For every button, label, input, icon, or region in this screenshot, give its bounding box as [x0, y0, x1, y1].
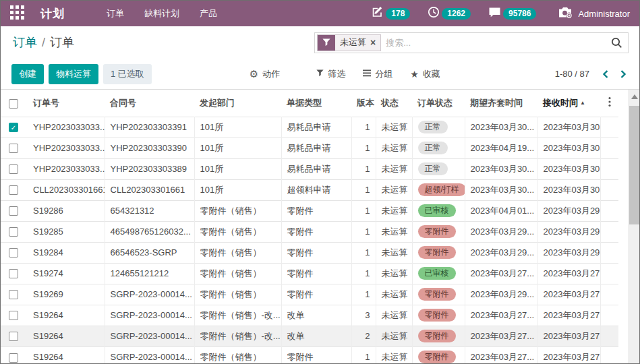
cell-status[interactable]: 未运算 [376, 158, 412, 179]
cell-contract-no[interactable]: SGRP-2023-00014... [105, 305, 194, 326]
apps-menu-button[interactable] [10, 5, 24, 22]
cell-receive-time[interactable]: 2023年03月30日... [537, 158, 600, 179]
table-row[interactable]: CLL202303301661 CLL202303301661 101所 超领料… [1, 179, 618, 200]
table-row[interactable]: S19264 SGRP-2023-00014... 零附件（销售）-改... 改… [1, 326, 618, 346]
table-row[interactable]: S19286 654321312 零附件（销售） 零附件 1 未运算 已审核 2… [1, 200, 618, 221]
cell-order-status[interactable]: 零附件 [412, 284, 465, 305]
header-expect-time[interactable]: 期望齐套时间 [465, 90, 537, 117]
cell-doc-type[interactable]: 易耗品申请 [281, 158, 351, 179]
cell-order-status[interactable]: 正常 [412, 138, 465, 158]
cell-order-no[interactable]: S19269 [28, 284, 105, 305]
user-menu[interactable]: Administrator [558, 6, 630, 22]
cell-order-no[interactable]: CLL202303301661 [28, 179, 105, 200]
cell-doc-type[interactable]: 零附件 [281, 284, 351, 305]
header-department[interactable]: 发起部门 [194, 90, 281, 117]
cell-status[interactable]: 未运算 [376, 200, 412, 221]
cell-doc-type[interactable]: 零附件 [281, 200, 351, 221]
row-checkbox[interactable] [9, 206, 18, 216]
cell-receive-time[interactable]: 2023年03月29日... [537, 242, 600, 263]
nav-shortage-plan[interactable]: 缺料计划 [144, 7, 179, 20]
cell-expect-time[interactable]: 2023年03月27... [465, 346, 537, 364]
cell-department[interactable]: 零附件（销售） [194, 284, 281, 305]
row-checkbox[interactable] [9, 144, 18, 153]
cell-department[interactable]: 101所 [194, 179, 281, 200]
cell-doc-type[interactable]: 零附件 [281, 221, 351, 242]
search-icon[interactable] [611, 37, 622, 49]
cell-order-status[interactable]: 零附件 [412, 242, 465, 263]
cell-receive-time[interactable]: 2023年03月30日... [537, 138, 600, 158]
cell-version[interactable]: 1 [351, 117, 376, 138]
cell-order-status[interactable]: 已审核 [412, 200, 465, 221]
table-row[interactable]: YHP2023033033... YHP202303303390 101所 易耗… [1, 138, 618, 158]
cell-version[interactable]: 3 [351, 305, 376, 326]
cell-receive-time[interactable]: 2023年03月27日... [537, 346, 600, 364]
pager-previous-button[interactable] [600, 68, 611, 80]
cell-expect-time[interactable]: 2023年04月01... [465, 200, 537, 221]
cell-status[interactable]: 未运算 [376, 263, 412, 284]
cell-department[interactable]: 零附件（销售）-改... [194, 326, 281, 346]
cell-expect-time[interactable]: 2023年03月27... [465, 263, 537, 284]
favorites-menu[interactable]: ★ 收藏 [410, 68, 440, 80]
table-row[interactable]: S19269 SGRP-2023-00014... 零附件（销售） 零附件 1 … [1, 284, 618, 305]
cell-receive-time[interactable]: 2023年03月29日... [537, 200, 600, 221]
nav-products[interactable]: 产品 [200, 7, 217, 20]
table-row[interactable]: YHP2023033033... YHP202303303389 101所 易耗… [1, 158, 618, 179]
cell-receive-time[interactable]: 2023年03月27日... [537, 263, 600, 284]
header-order-status[interactable]: 订单状态 [412, 90, 465, 117]
cell-status[interactable]: 未运算 [376, 346, 412, 364]
cell-version[interactable]: 1 [351, 221, 376, 242]
facet-remove-icon[interactable]: × [370, 38, 376, 47]
cell-receive-time[interactable]: 2023年03月27日... [537, 326, 600, 346]
cell-order-status[interactable]: 超领/打样 [412, 179, 465, 200]
cell-order-no[interactable]: S19264 [28, 305, 105, 326]
cell-doc-type[interactable]: 超领料申请 [281, 179, 351, 200]
cell-order-no[interactable]: YHP2023033033... [28, 138, 105, 158]
cell-contract-no[interactable]: YHP202303303390 [105, 138, 194, 158]
cell-expect-time[interactable]: 2023年03月30... [465, 158, 537, 179]
cell-version[interactable]: 1 [351, 242, 376, 263]
cell-receive-time[interactable]: 2023年03月30日... [537, 179, 600, 200]
cell-receive-time[interactable]: 2023年03月27日... [537, 284, 600, 305]
cell-expect-time[interactable]: 2023年03月30... [465, 179, 537, 200]
cell-department[interactable]: 101所 [194, 158, 281, 179]
cell-version[interactable]: 1 [351, 158, 376, 179]
cell-department[interactable]: 零附件（销售） [194, 263, 281, 284]
filters-menu[interactable]: 筛选 [316, 68, 345, 80]
cell-status[interactable]: 未运算 [376, 242, 412, 263]
cell-receive-time[interactable]: 2023年03月27日... [537, 305, 600, 326]
search-bar[interactable]: 未运算 × [314, 32, 629, 53]
header-version[interactable]: 版本 [351, 90, 376, 117]
row-checkbox[interactable] [9, 290, 18, 299]
row-checkbox[interactable] [9, 332, 18, 341]
scroll-up-arrow[interactable] [631, 94, 638, 99]
cell-contract-no[interactable]: SGRP-2023-00014... [105, 326, 194, 346]
table-row[interactable]: S19284 66546523-SGRP 零附件（销售） 零附件 1 未运算 零… [1, 242, 618, 263]
cell-department[interactable]: 零附件（销售） [194, 346, 281, 364]
header-receive-time[interactable]: 接收时间▲ [537, 90, 600, 117]
cell-order-status[interactable]: 零附件 [412, 221, 465, 242]
cell-status[interactable]: 未运算 [376, 117, 412, 138]
material-run-button[interactable]: 物料运算 [49, 64, 98, 84]
table-row[interactable]: S19264 SGRP-2023-00014... 零附件（销售）-改... 改… [1, 305, 618, 326]
cell-department[interactable]: 101所 [194, 117, 281, 138]
cell-status[interactable]: 未运算 [376, 221, 412, 242]
cell-receive-time[interactable]: 2023年03月30日... [537, 117, 600, 138]
cell-status[interactable]: 未运算 [376, 326, 412, 346]
cell-doc-type[interactable]: 改单 [281, 326, 351, 346]
vertical-scrollbar[interactable] [629, 90, 639, 364]
row-checkbox[interactable]: ✓ [9, 123, 18, 132]
cell-department[interactable]: 零附件（销售） [194, 200, 281, 221]
cell-order-no[interactable]: S19286 [28, 200, 105, 221]
cell-expect-time[interactable]: 2023年03月30... [465, 117, 537, 138]
header-contract-no[interactable]: 合同号 [105, 90, 194, 117]
table-row[interactable]: ✓ YHP2023033033... YHP202303303391 101所 … [1, 117, 618, 138]
cell-order-status[interactable]: 零附件 [412, 305, 465, 326]
cell-version[interactable]: 2 [351, 326, 376, 346]
cell-contract-no[interactable]: 465498765126032... [105, 221, 194, 242]
pager-next-button[interactable] [618, 68, 629, 80]
cell-doc-type[interactable]: 易耗品申请 [281, 138, 351, 158]
messages-button[interactable]: 95786 [488, 6, 536, 21]
cell-contract-no[interactable]: YHP202303303389 [105, 158, 194, 179]
cell-expect-time[interactable]: 2023年03月29... [465, 242, 537, 263]
create-button[interactable]: 创建 [11, 64, 44, 84]
